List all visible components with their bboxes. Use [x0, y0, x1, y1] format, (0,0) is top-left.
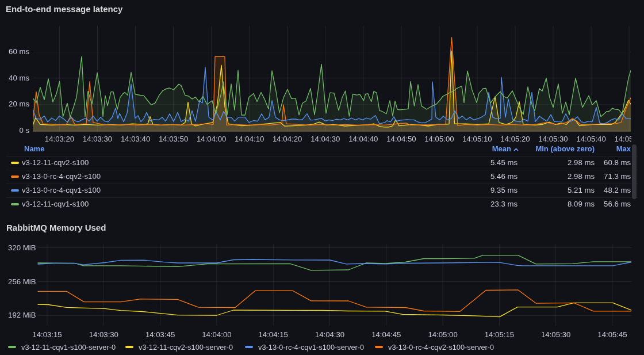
svg-text:14:04:30: 14:04:30: [315, 330, 344, 339]
svg-text:14:04:45: 14:04:45: [371, 330, 401, 339]
svg-text:14:05:30: 14:05:30: [541, 330, 570, 339]
svg-text:14:03:30: 14:03:30: [89, 330, 118, 339]
svg-text:14:05:15: 14:05:15: [485, 330, 514, 339]
svg-text:256 MiB: 256 MiB: [8, 277, 36, 286]
svg-text:14:05:00: 14:05:00: [428, 330, 457, 339]
svg-text:14:03:45: 14:03:45: [145, 330, 175, 339]
svg-text:14:04:15: 14:04:15: [259, 330, 288, 339]
svg-text:320 MiB: 320 MiB: [8, 243, 36, 252]
svg-text:14:03:15: 14:03:15: [32, 330, 62, 339]
svg-text:14:04:00: 14:04:00: [202, 330, 231, 339]
svg-text:192 MiB: 192 MiB: [8, 311, 36, 319]
svg-text:14:05:45: 14:05:45: [597, 330, 627, 339]
